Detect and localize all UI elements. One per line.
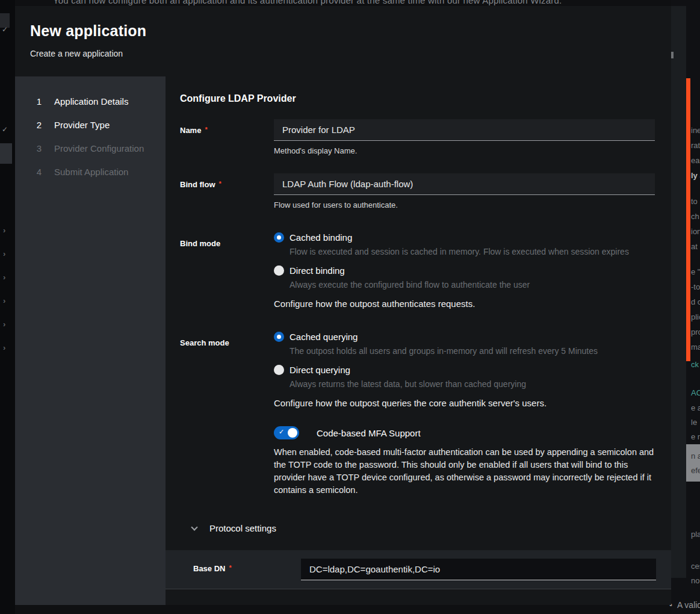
backdrop-left-sidebar: ✓ ✓ › › › › › › [0,0,15,614]
wizard-steps-sidebar: 1 Application Details 2 Provider Type 3 … [15,76,166,605]
toggle-on-icon: ✓ [274,426,299,439]
radio-unselected-icon [274,265,284,276]
search-mode-label: Search mode [180,332,274,408]
protocol-settings-label: Protocol settings [209,523,276,533]
backdrop-bullet-line: •A valid Launch UR [669,600,700,610]
radio-cached-querying[interactable]: Cached querying [274,332,655,342]
wizard-step-application-details[interactable]: 1 Application Details [15,90,166,113]
radio-cached-binding[interactable]: Cached binding [274,232,655,243]
radio-unselected-icon [274,365,284,375]
mfa-form-row: ✓ Code-based MFA Support When enabled, c… [166,426,671,497]
protocol-settings-toggle[interactable]: Protocol settings [192,523,671,533]
backdrop-highlight-box: n a efe [686,444,700,482]
wizard-footer: Back Submit Cancel [166,589,671,605]
bind-flow-help: Flow used for users to authenticate. [274,200,655,209]
required-asterisk: * [205,126,207,133]
name-label: Name [180,126,201,135]
search-mode-form-row: Search mode Cached querying The outpost … [166,332,671,408]
radio-selected-icon [274,332,284,342]
bind-mode-footer: Configure how the outpost authenticates … [274,299,655,309]
mfa-help: When enabled, code-based multi-factor au… [274,446,655,497]
check-icon: ✓ [2,25,8,34]
backdrop-banner-text: You can now configure both an applicatio… [53,0,562,5]
radio-direct-binding[interactable]: Direct binding [274,265,655,276]
search-mode-footer: Configure how the outpost queries the co… [274,398,655,408]
notification-accent-bar [686,78,690,361]
radio-direct-querying[interactable]: Direct querying [274,365,655,375]
chevron-right-icon: › [3,273,5,282]
backdrop-right-column: ine rat ea ly a to ch ion at e "c -to d … [671,0,700,614]
wizard-step-provider-configuration: 3 Provider Configuration [15,137,166,160]
required-asterisk: * [219,180,221,187]
name-help: Method's display Name. [274,146,655,155]
new-application-modal: New application Create a new application… [15,6,671,605]
wizard-step-submit-application: 4 Submit Application [15,160,166,184]
base-dn-input[interactable] [301,559,656,580]
required-asterisk: * [229,564,231,571]
mfa-label: Code-based MFA Support [317,428,421,438]
wizard-content: Configure LDAP Provider Name* Method's d… [166,76,671,605]
name-form-row: Name* Method's display Name. [166,119,671,155]
bind-mode-form-row: Bind mode Cached binding Flow is execute… [166,232,671,309]
base-dn-label: Base DN [193,564,225,573]
modal-title: New application [30,22,671,40]
bind-mode-label: Bind mode [180,232,274,309]
check-icon: ✓ [2,125,8,134]
bind-flow-label: Bind flow [180,180,215,189]
chevron-right-icon: › [3,226,5,235]
sidebar-active-item-partial [0,143,12,164]
bind-flow-input[interactable] [274,173,655,195]
name-input[interactable] [274,119,655,141]
radio-selected-icon [274,232,284,243]
wizard-step-provider-type[interactable]: 2 Provider Type [15,113,166,137]
modal-subtitle: Create a new application [30,49,671,58]
chevron-down-icon [191,524,197,530]
chevron-right-icon: › [3,343,5,352]
bind-flow-form-row: Bind flow* Flow used for users to authen… [166,173,671,209]
chevron-right-icon: › [3,249,5,258]
mfa-toggle[interactable]: ✓ Code-based MFA Support [274,426,655,439]
chevron-right-icon: › [3,296,5,305]
modal-header: New application Create a new application [15,6,671,76]
chevron-right-icon: › [3,320,5,329]
base-dn-form-row: Base DN* [166,550,671,589]
content-heading: Configure LDAP Provider [180,93,671,104]
